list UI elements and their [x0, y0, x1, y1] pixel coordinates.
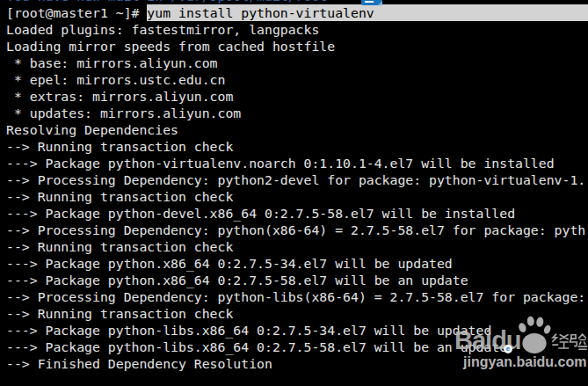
terminal-output: Loaded plugins: fastestmirror, langpacks…: [6, 21, 588, 372]
terminal-text-area: You have new mail in /var/spool/mail/roo…: [0, 0, 588, 372]
terminal-output-line: * epel: mirrors.ustc.edu.cn: [6, 71, 588, 88]
terminal-output-line: ---> Package python-virtualenv.noarch 0:…: [6, 155, 588, 171]
terminal-output-line: ---> Package python.x86_64 0:2.7.5-34.el…: [6, 255, 588, 272]
minimize-dash-icon: [365, 1, 374, 3]
terminal-window: You have new mail in /var/spool/mail/roo…: [0, 0, 588, 386]
terminal-output-line: --> Processing Dependency: python2-devel…: [6, 171, 588, 188]
terminal-output-line: Resolving Dependencies: [6, 121, 588, 138]
terminal-output-line: ---> Package python-libs.x86_64 0:2.7.5-…: [6, 339, 588, 355]
terminal-output-line: --> Processing Dependency: python(x86-64…: [6, 222, 588, 238]
terminal-output-line: * updates: mirrors.aliyun.com: [6, 105, 588, 121]
shell-prompt: [root@master1 ~]#: [6, 4, 147, 21]
terminal-output-line: --> Running transaction check: [6, 138, 588, 155]
ime-corner-decoration: [378, 1, 382, 5]
terminal-output-line: ---> Package python.x86_64 0:2.7.5-58.el…: [6, 272, 588, 288]
terminal-output-line: --> Finished Dependency Resolution: [6, 355, 588, 372]
input-method-minimize-icon[interactable]: [361, 0, 382, 5]
terminal-output-line: --> Processing Dependency: python-libs(x…: [6, 288, 588, 305]
terminal-output-line: --> Running transaction check: [6, 188, 588, 205]
terminal-output-line: Loaded plugins: fastestmirror, langpacks: [6, 21, 588, 38]
terminal-output-line: ---> Package python-devel.x86_64 0:2.7.5…: [6, 205, 588, 222]
terminal-output-line: * extras: mirrors.aliyun.com: [6, 88, 588, 105]
terminal-output-line: --> Running transaction check: [6, 305, 588, 322]
terminal-output-line: Loading mirror speeds from cached hostfi…: [6, 38, 588, 55]
terminal-output-line: * base: mirrors.aliyun.com: [6, 55, 588, 71]
terminal-output-line: ---> Package python-libs.x86_64 0:2.7.5-…: [6, 322, 588, 339]
terminal-output-line: --> Running transaction check: [6, 238, 588, 255]
prompt-line: [root@master1 ~]# yum install python-vir…: [6, 4, 588, 21]
command-input[interactable]: yum install python-virtualenv: [147, 4, 588, 21]
